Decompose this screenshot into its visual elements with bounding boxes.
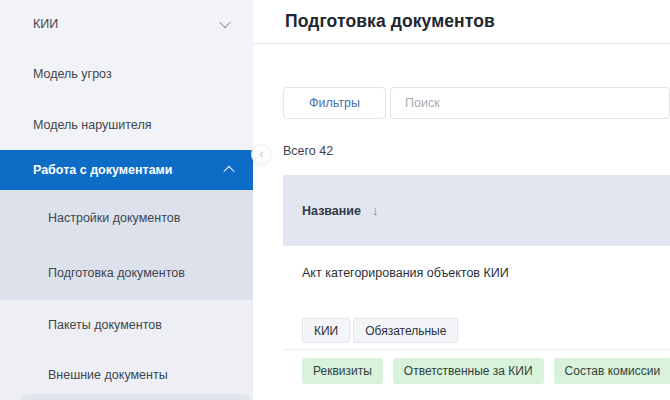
table-row[interactable]: Акт категорирования объектов КИИ КИИ Обя… (283, 246, 670, 343)
chevron-left-icon: ‹ (259, 147, 263, 160)
sidebar-subitem-document-preparation[interactable]: Подготовка документов (0, 245, 253, 300)
filters-button[interactable]: Фильтры (283, 87, 386, 119)
sidebar-submenu-upper: Настройки документов Подготовка документ… (0, 190, 253, 300)
sidebar-collapse-button[interactable]: ‹ (251, 144, 272, 165)
documents-table: Название ↓ Акт категорирования объектов … (283, 175, 670, 400)
sidebar-subitem-document-settings[interactable]: Настройки документов (0, 190, 253, 245)
sidebar-item-label: КИИ (33, 17, 58, 31)
total-count-label: Всего 42 (283, 144, 670, 158)
sort-desc-icon: ↓ (372, 203, 379, 218)
column-header-label: Название (302, 204, 361, 218)
sidebar-subitem-label: Подготовка документов (48, 266, 185, 280)
sidebar-item-kii[interactable]: КИИ (0, 0, 253, 48)
tag-mandatory: Обязательные (353, 318, 458, 343)
sidebar-subitem-external-documents[interactable]: Внешние документы (0, 350, 253, 400)
sidebar-subitem-label: Пакеты документов (48, 318, 162, 332)
sidebar-item-label: Модель угроз (33, 67, 112, 81)
sidebar-subitem-document-packages[interactable]: Пакеты документов (0, 300, 253, 350)
sidebar-item-document-work-active[interactable]: Работа с документами (0, 150, 253, 190)
document-name: Акт категорирования объектов КИИ (302, 266, 670, 280)
sidebar-subitem-label: Настройки документов (48, 211, 180, 225)
tag-commission: Состав комиссии (554, 358, 670, 384)
table-header: Название ↓ (283, 175, 670, 246)
toolbar: Фильтры (283, 87, 670, 119)
tag-responsible-kii: Ответственные за КИИ (393, 358, 544, 384)
sidebar-next-section-peek (22, 394, 250, 400)
sidebar-item-threat-model[interactable]: Модель угроз (0, 48, 253, 100)
sidebar-subitem-label: Внешние документы (48, 368, 168, 382)
document-type-tags: КИИ Обязательные (302, 318, 670, 343)
tag-kii: КИИ (302, 318, 350, 343)
sidebar-item-label: Работа с документами (33, 163, 173, 177)
column-header-name[interactable]: Название ↓ (302, 203, 379, 218)
chevron-down-icon (219, 17, 230, 28)
chevron-up-icon (223, 166, 234, 177)
sidebar-item-label: Модель нарушителя (33, 118, 151, 132)
row-divider (283, 349, 670, 350)
page-header: Подготовка документов (253, 0, 670, 44)
tag-requisites: Реквизиты (302, 358, 383, 384)
main-content: Подготовка документов Фильтры Всего 42 Н… (253, 0, 670, 400)
search-input[interactable] (390, 87, 670, 119)
document-section-tags: Реквизиты Ответственные за КИИ Состав ко… (283, 358, 670, 384)
sidebar: КИИ Модель угроз Модель нарушителя Работ… (0, 0, 253, 400)
page-title: Подготовка документов (285, 11, 495, 32)
sidebar-item-violator-model[interactable]: Модель нарушителя (0, 100, 253, 150)
sidebar-submenu-lower: Пакеты документов Внешние документы (0, 300, 253, 400)
